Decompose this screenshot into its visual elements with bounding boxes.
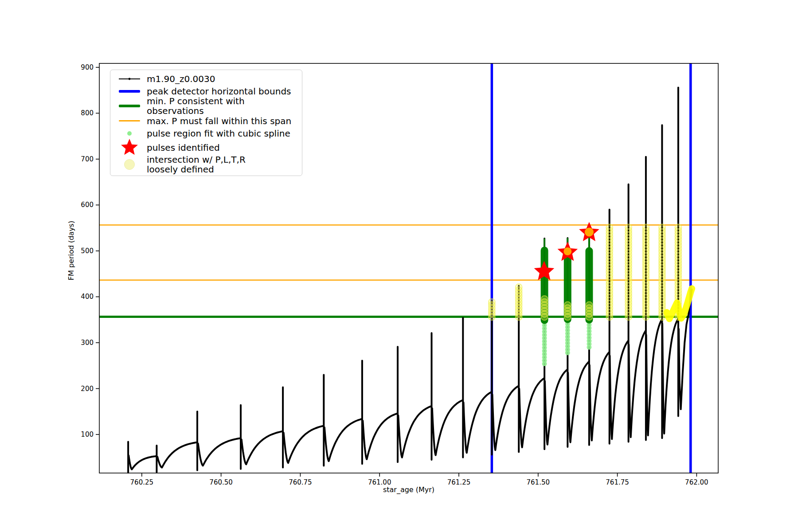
track-dot — [661, 295, 663, 297]
track-dot — [661, 250, 663, 252]
track-dot — [609, 286, 610, 288]
track-dot — [628, 274, 630, 276]
track-dot — [645, 266, 647, 267]
track-dot — [661, 316, 663, 318]
intersection-dot — [489, 299, 495, 305]
track-dot — [661, 307, 663, 309]
track-dot — [677, 289, 679, 291]
track-dot — [609, 271, 610, 273]
track-dot — [661, 254, 663, 255]
legend-label: max. P must fall within this span — [147, 116, 291, 126]
track-dot — [645, 250, 647, 252]
track-dot — [645, 230, 647, 231]
black-line-dot-icon — [116, 76, 143, 82]
track-dot — [628, 259, 630, 261]
track-dot — [609, 257, 610, 258]
track-dot — [628, 266, 630, 267]
track-dot — [677, 254, 679, 255]
blue-line-icon — [116, 90, 143, 93]
track-dot — [609, 230, 610, 231]
track-dot — [609, 280, 610, 282]
lightgreen-dot-icon — [116, 131, 143, 136]
track-dot — [645, 278, 647, 279]
track-dot — [645, 262, 647, 264]
legend-label: m1.90_z0.0030 — [147, 74, 215, 84]
track-dot — [628, 242, 630, 243]
track-dot — [609, 316, 610, 318]
track-dot — [628, 233, 630, 235]
track-dot — [609, 239, 610, 240]
track-dot — [661, 289, 663, 291]
track-dot — [609, 236, 610, 238]
track-dot — [661, 286, 663, 288]
track-dot — [609, 283, 610, 285]
track-dot — [661, 278, 663, 279]
y-tick-label: 300 — [81, 339, 94, 347]
track-dot — [628, 271, 630, 273]
track-dot — [677, 274, 679, 276]
track-dot — [645, 283, 647, 285]
track-dot — [645, 316, 647, 318]
track-dot — [609, 298, 610, 300]
intersection-dot — [564, 302, 571, 309]
track-dot — [661, 266, 663, 267]
track-dot — [628, 304, 630, 306]
track-dot — [661, 239, 663, 240]
y-axis-label: FM period (days) — [67, 221, 75, 280]
legend-label: pulses identified — [147, 143, 220, 153]
green-line-icon — [116, 105, 143, 107]
x-tick-label: 760.75 — [289, 478, 312, 486]
track-dot — [609, 254, 610, 255]
track-dot — [677, 286, 679, 288]
track-dot — [645, 298, 647, 300]
legend: m1.90_z0.0030 peak detector horizontal b… — [110, 70, 302, 176]
track-dot — [677, 266, 679, 267]
track-dot — [609, 274, 610, 276]
track-dot — [645, 304, 647, 306]
track-dot — [609, 247, 610, 249]
track-dot — [609, 307, 610, 309]
track-dot — [677, 262, 679, 264]
track-dot — [645, 227, 647, 228]
track-dot — [677, 242, 679, 243]
track-dot — [609, 292, 610, 294]
track-dot — [661, 301, 663, 303]
track-dot — [609, 262, 610, 264]
y-tick-label: 200 — [81, 385, 94, 393]
track-dot — [628, 298, 630, 300]
y-tick-label: 400 — [81, 293, 94, 301]
track-dot — [628, 278, 630, 279]
pulse-star-overlay-dot — [563, 247, 571, 255]
figure: 760.25760.50760.75761.00761.25761.50761.… — [0, 0, 798, 532]
track-dot — [628, 280, 630, 282]
y-tick-label: 700 — [81, 155, 94, 163]
legend-item-spline: pulse region fit with cubic spline — [116, 127, 297, 140]
track-dot — [661, 310, 663, 312]
track-dot — [645, 292, 647, 294]
track-dot — [628, 239, 630, 240]
track-dot — [609, 304, 610, 306]
track-dot — [609, 295, 610, 297]
track-dot — [677, 257, 679, 258]
track-dot — [645, 254, 647, 255]
track-dot — [677, 227, 679, 228]
x-tick-label: 761.75 — [606, 478, 629, 486]
track-dot — [628, 230, 630, 231]
track-dot — [661, 242, 663, 243]
track-dot — [628, 262, 630, 264]
track-dot — [645, 310, 647, 312]
intersection-dot — [516, 284, 522, 290]
track-dot — [677, 250, 679, 252]
x-tick-label: 762.00 — [685, 478, 708, 486]
track-dot — [661, 271, 663, 273]
track-dot — [661, 259, 663, 261]
track-dot — [609, 310, 610, 312]
track-dot — [628, 307, 630, 309]
track-dot — [609, 266, 610, 267]
track-dot — [645, 233, 647, 235]
x-tick-label: 760.50 — [209, 478, 233, 486]
track-dot — [609, 313, 610, 315]
track-dot — [628, 245, 630, 246]
track-dot — [661, 236, 663, 238]
track-dot — [677, 230, 679, 231]
